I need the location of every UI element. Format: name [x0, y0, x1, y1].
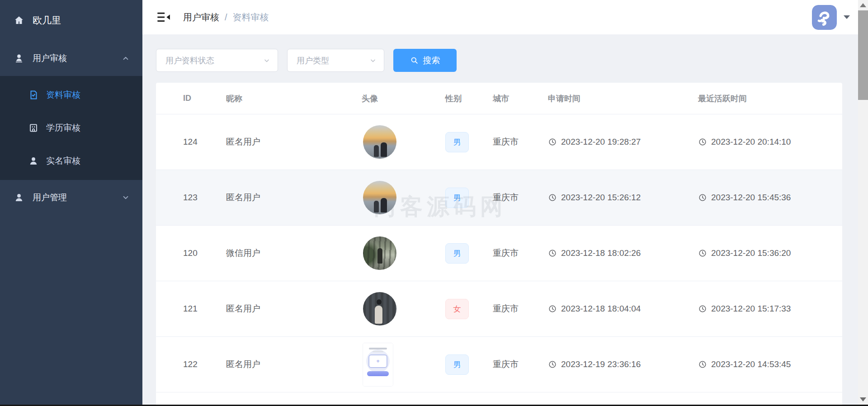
- sidebar: 欧几里 用户审核 资料审核 学历审核: [0, 0, 142, 406]
- clock-icon: [698, 137, 707, 146]
- gender-badge: 男: [445, 188, 469, 208]
- clock-icon: [548, 360, 557, 369]
- clock-icon: [548, 193, 557, 202]
- table-row-partial: [156, 392, 842, 406]
- column-header-avatar: 头像: [362, 93, 445, 104]
- clock-icon: [698, 249, 707, 258]
- cell-apply-time: 2023-12-18 18:04:04: [548, 304, 698, 314]
- table-row: 120 微信用户 男 重庆市 2023-12-18 18:02:26 2023-…: [156, 226, 842, 281]
- sidebar-item-label: 实名审核: [46, 155, 80, 167]
- user-audit-icon: [14, 53, 24, 64]
- gender-badge: 女: [445, 299, 469, 319]
- main-content: 用户资料状态 用户类型 搜索 ID 昵称: [142, 34, 868, 406]
- cell-apply-time: 2023-12-20 15:26:12: [548, 193, 698, 203]
- user-avatar-logo[interactable]: [812, 5, 837, 30]
- apply-time-value: 2023-12-20 15:26:12: [561, 193, 641, 203]
- clock-icon: [698, 304, 707, 313]
- user-avatar-image: [363, 292, 396, 326]
- cell-nickname: 匿名用户: [226, 192, 362, 203]
- profile-status-select[interactable]: 用户资料状态: [156, 49, 278, 72]
- apply-time-value: 2023-12-19 23:36:16: [561, 359, 641, 369]
- chevron-down-icon: [263, 57, 270, 64]
- breadcrumb-parent[interactable]: 用户审核: [183, 11, 219, 24]
- app-title-label: 欧几里: [33, 14, 61, 27]
- table-row: 124 匿名用户 男 重庆市 2023-12-20 19:28:27 2023-…: [156, 114, 842, 170]
- sidebar-item-user-management[interactable]: 用户管理: [0, 180, 142, 215]
- cell-last-active-time: 2023-12-20 15:45:36: [698, 193, 842, 203]
- last-active-time-value: 2023-12-20 15:45:36: [711, 193, 791, 203]
- clock-icon: [548, 249, 557, 258]
- apply-time-value: 2023-12-18 18:02:26: [561, 248, 641, 258]
- apply-time-value: 2023-12-20 19:28:27: [561, 137, 641, 147]
- cell-city: 重庆市: [493, 303, 548, 315]
- cell-id: 120: [183, 248, 226, 258]
- cell-nickname: 匿名用户: [226, 303, 362, 315]
- cell-nickname: 微信用户: [226, 247, 362, 259]
- chevron-up-icon: [122, 54, 130, 62]
- table-row: 123 匿名用户 男 重庆市 2023-12-20 15:26:12 2023-…: [156, 170, 842, 226]
- user-avatar-image: [363, 181, 396, 214]
- document-check-icon: [28, 90, 39, 100]
- chevron-down-icon: [369, 57, 377, 64]
- sidebar-item-education-audit[interactable]: 学历审核: [0, 111, 142, 144]
- search-button[interactable]: 搜索: [393, 49, 457, 72]
- cell-last-active-time: 2023-12-20 15:36:20: [698, 248, 842, 258]
- sidebar-item-label: 资料审核: [46, 89, 80, 101]
- cell-city: 重庆市: [493, 136, 548, 148]
- cell-city: 重庆市: [493, 359, 548, 370]
- cell-id: 122: [183, 359, 226, 369]
- search-icon: [410, 56, 419, 65]
- admin-app: 欧几里 用户审核 资料审核 学历审核: [0, 0, 868, 406]
- user-type-select[interactable]: 用户类型: [287, 49, 384, 72]
- column-header-city: 城市: [493, 93, 548, 104]
- chevron-down-icon: [122, 194, 130, 202]
- scrollbar-thumb[interactable]: [858, 10, 868, 100]
- person-icon: [28, 156, 39, 166]
- clock-icon: [698, 193, 707, 202]
- column-header-gender: 性别: [445, 93, 493, 104]
- cell-last-active-time: 2023-12-20 20:14:10: [698, 137, 842, 147]
- cell-city: 重庆市: [493, 192, 548, 203]
- cell-apply-time: 2023-12-18 18:02:26: [548, 248, 698, 258]
- clock-icon: [548, 304, 557, 313]
- cell-id: 121: [183, 304, 226, 314]
- profile-status-placeholder: 用户资料状态: [165, 55, 214, 66]
- gender-badge: 男: [445, 243, 469, 264]
- sidebar-item-user-audit[interactable]: 用户审核: [0, 41, 142, 76]
- gender-badge: 男: [445, 354, 469, 375]
- sidebar-item-profile-audit[interactable]: 资料审核: [0, 78, 142, 111]
- sidebar-item-label: 学历审核: [46, 122, 80, 134]
- sidebar-item-label: 用户审核: [33, 52, 67, 64]
- breadcrumb-current: 资料审核: [233, 11, 269, 24]
- cell-nickname: 匿名用户: [226, 359, 362, 370]
- cell-last-active-time: 2023-12-20 14:53:45: [698, 359, 842, 369]
- last-active-time-value: 2023-12-20 15:17:33: [711, 304, 791, 314]
- topbar: 用户审核 / 资料审核: [142, 0, 868, 34]
- last-active-time-value: 2023-12-20 20:14:10: [711, 137, 791, 147]
- cell-apply-time: 2023-12-19 23:36:16: [548, 359, 698, 369]
- gender-badge: 男: [445, 132, 469, 152]
- collapse-sidebar-icon[interactable]: [157, 11, 170, 23]
- table-row: 122 匿名用户 男 重庆市 2023-12-19 23:36:16 2023-…: [156, 337, 842, 392]
- column-header-last-active: 最近活跃时间: [698, 93, 842, 104]
- school-building-icon: [28, 123, 39, 133]
- filter-bar: 用户资料状态 用户类型 搜索: [156, 49, 842, 72]
- browser-scrollbar: [858, 0, 868, 405]
- user-table: ID 昵称 头像 性别 城市 申请时间 最近活跃时间 124 匿名用户 男 重庆…: [156, 83, 842, 406]
- scrollbar-up-arrow-icon[interactable]: [860, 3, 866, 7]
- last-active-time-value: 2023-12-20 14:53:45: [711, 359, 791, 369]
- scrollbar-down-arrow-icon[interactable]: [860, 397, 866, 401]
- column-header-nickname: 昵称: [226, 93, 362, 104]
- user-avatar-image: [363, 236, 396, 270]
- breadcrumb-separator: /: [225, 12, 227, 23]
- home-icon: [14, 15, 24, 26]
- column-header-id: ID: [183, 94, 226, 103]
- search-button-label: 搜索: [423, 55, 440, 66]
- cell-apply-time: 2023-12-20 19:28:27: [548, 137, 698, 147]
- table-row: 121 匿名用户 女 重庆市 2023-12-18 18:04:04 2023-…: [156, 281, 842, 337]
- sidebar-item-realname-audit[interactable]: 实名审核: [0, 144, 142, 177]
- user-menu-caret-icon[interactable]: [844, 15, 850, 19]
- user-avatar-image: [363, 343, 393, 386]
- column-header-apply-time: 申请时间: [548, 93, 698, 104]
- sidebar-app-title: 欧几里: [0, 0, 142, 41]
